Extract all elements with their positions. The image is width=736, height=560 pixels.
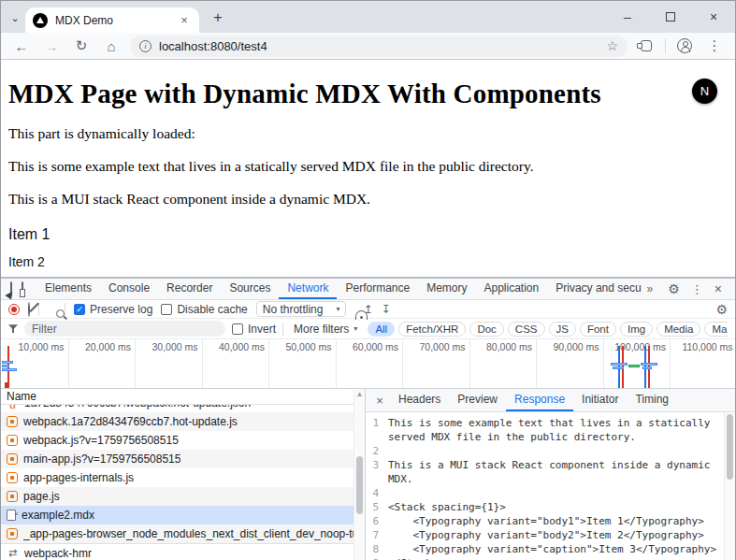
details-tab-response[interactable]: Response — [506, 389, 573, 411]
devtools-tab-recorder[interactable]: Recorder — [158, 279, 221, 299]
forward-button[interactable]: → — [40, 35, 63, 57]
request-name: webpack.1a72d8434769ccb7.hot-update.js — [23, 415, 238, 428]
devtools-settings-button[interactable]: ⚙ — [668, 282, 680, 295]
browser-tab[interactable]: MDX Demo × — [25, 7, 199, 33]
details-tab-preview[interactable]: Preview — [449, 389, 506, 411]
filter-pill-font[interactable]: Font — [580, 322, 616, 337]
tab-title: MDX Demo — [55, 14, 177, 27]
new-tab-button[interactable]: + — [209, 8, 227, 27]
network-request-row[interactable]: page.js — [1, 487, 365, 506]
tab-search-button[interactable]: ⌄ — [7, 9, 23, 26]
details-scrollbar[interactable]: ▼ — [724, 412, 735, 560]
request-bar — [611, 363, 628, 366]
divider — [38, 303, 39, 316]
script-icon — [7, 528, 18, 539]
url-text[interactable]: localhost:8080/test4 — [159, 39, 599, 53]
filter-pill-fetch-xhr[interactable]: Fetch/XHR — [398, 322, 466, 337]
network-request-row[interactable]: webpack-hmr — [1, 543, 365, 560]
back-button[interactable]: ← — [10, 35, 33, 57]
details-close-button[interactable]: × — [371, 394, 388, 408]
filter-pill-css[interactable]: CSS — [508, 322, 545, 337]
filter-pill-media[interactable]: Media — [657, 322, 700, 337]
window-minimize-button[interactable]: – — [606, 1, 649, 33]
devtools-tab-sources[interactable]: Sources — [221, 279, 279, 299]
devtools-tab-console[interactable]: Console — [100, 279, 158, 299]
waiting-bar — [628, 365, 640, 367]
disable-cache-checkbox[interactable]: Disable cache — [161, 303, 247, 316]
import-har-button[interactable]: ↧ — [382, 304, 391, 315]
network-request-row[interactable]: app-pages-internals.js — [1, 468, 365, 487]
document-icon — [7, 510, 16, 521]
devtools-tab-privacy-and-security[interactable]: Privacy and security — [547, 279, 641, 299]
scroll-up-icon[interactable]: ▲ — [354, 389, 365, 400]
chevron-double-icon: » — [647, 282, 654, 295]
titlebar: ⌄ MDX Demo × + – × — [1, 1, 735, 33]
scrollbar-thumb[interactable] — [727, 414, 733, 480]
network-request-row[interactable]: 1a72d8434769ccb7.webpack.hot-update.json — [1, 405, 365, 412]
filter-pill-img[interactable]: Img — [620, 322, 653, 337]
nextjs-dev-badge[interactable]: N — [692, 79, 717, 104]
code-text — [388, 444, 735, 458]
devtools-tab-memory[interactable]: Memory — [418, 279, 475, 299]
invert-label: Invert — [248, 323, 276, 336]
filter-pill-js[interactable]: JS — [549, 322, 576, 337]
reload-button[interactable]: ↻ — [70, 35, 93, 57]
devtools-tab-performance[interactable]: Performance — [337, 279, 418, 299]
code-text: <Typography variant="caption">Item 3</Ty… — [388, 542, 735, 556]
window-maximize-button[interactable] — [649, 1, 692, 33]
name-column-header[interactable]: Name — [1, 389, 365, 405]
details-tab-headers[interactable]: Headers — [390, 389, 449, 411]
network-request-row[interactable]: webpack.1a72d8434769ccb7.hot-update.js — [1, 412, 365, 431]
network-request-row[interactable]: webpack.js?v=1759756508515 — [1, 431, 365, 450]
bookmark-button[interactable]: ☆ — [606, 38, 618, 53]
profile-button[interactable] — [673, 35, 696, 57]
network-request-row[interactable]: main-app.js?v=1759756508515 — [1, 450, 365, 468]
devtools-close-button[interactable]: × — [714, 281, 722, 296]
record-button[interactable] — [8, 304, 20, 315]
requests-scrollbar[interactable]: ▲ ▼ — [354, 389, 365, 560]
scrollbar-thumb[interactable] — [356, 456, 363, 514]
details-tab-initiator[interactable]: Initiator — [573, 389, 627, 411]
details-tab-timing[interactable]: Timing — [627, 389, 677, 411]
line-number: 1 — [366, 416, 388, 444]
inspect-element-button[interactable] — [10, 282, 12, 295]
details-panel: × HeadersPreviewResponseInitiatorTiming … — [366, 389, 735, 560]
network-request-row[interactable]: example2.mdx — [1, 506, 365, 524]
paragraph: This part is dynamically loaded: — [8, 125, 728, 142]
filter-pill-manifest[interactable]: Manifest — [704, 322, 728, 337]
filter-pill-all[interactable]: All — [368, 322, 395, 337]
tab-close-button[interactable]: × — [177, 13, 192, 28]
device-toolbar-button[interactable] — [22, 282, 23, 295]
address-bar[interactable]: i localhost:8080/test4 ☆ — [130, 36, 628, 57]
throttling-select[interactable]: No throttling ▾ — [256, 301, 347, 317]
timeline-tick-label: 10,000 ms — [1, 341, 65, 352]
avatar-icon — [677, 38, 692, 53]
browser-menu-button[interactable]: ⋮ — [703, 35, 726, 57]
site-info-icon[interactable]: i — [139, 40, 152, 52]
devtools-tab-application[interactable]: Application — [476, 279, 548, 299]
timeline-overview[interactable]: 10,000 ms20,000 ms30,000 ms40,000 ms50,0… — [1, 339, 735, 389]
clear-button[interactable] — [28, 303, 30, 316]
filter-pill-doc[interactable]: Doc — [469, 322, 503, 337]
window-close-button[interactable]: × — [692, 1, 735, 33]
code-line: 6 <Typography variant="body1">Item 1</Ty… — [366, 514, 735, 528]
stack-item: Item 1 — [8, 226, 728, 243]
response-code-view[interactable]: 1This is some example text that lives in… — [366, 412, 735, 560]
devtools-menu-button[interactable]: ⋮ — [691, 282, 703, 296]
more-filters-button[interactable]: More filters ▾ — [290, 323, 361, 336]
gear-icon: ⚙ — [715, 302, 728, 317]
devtools-tab-network[interactable]: Network — [279, 279, 337, 299]
extensions-button[interactable] — [635, 35, 657, 57]
home-button[interactable]: ⌂ — [100, 35, 123, 57]
chevron-down-icon: ⌄ — [10, 12, 19, 24]
preserve-log-checkbox[interactable]: ✓ Preserve log — [74, 303, 152, 316]
device-icon — [22, 281, 23, 296]
network-settings-button[interactable]: ⚙ — [715, 303, 728, 316]
more-tabs-button[interactable]: » — [642, 282, 659, 295]
request-bar — [641, 363, 657, 366]
network-request-row[interactable]: _app-pages-browser_node_modules_next_dis… — [1, 524, 365, 543]
filter-input[interactable] — [24, 321, 225, 337]
request-bar — [2, 361, 13, 364]
devtools-tab-elements[interactable]: Elements — [36, 279, 100, 299]
invert-checkbox[interactable]: Invert — [232, 323, 276, 336]
